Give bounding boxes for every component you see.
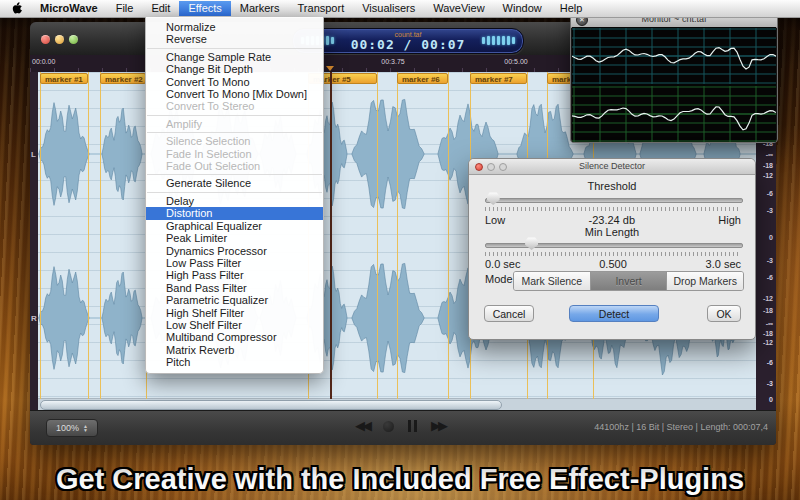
zoom-level-stepper[interactable]: 100% ▲▼ <box>46 419 98 437</box>
cancel-button[interactable]: Cancel <box>484 305 534 322</box>
threshold-high-label: High <box>718 214 741 226</box>
min-length-slider-thumb[interactable] <box>525 237 538 250</box>
menu-item-low-shelf-filter[interactable]: Low Shelf Filter <box>146 319 323 331</box>
menu-item-generate-silence[interactable]: Generate Silence <box>146 177 323 189</box>
mode-invert[interactable]: Invert <box>591 272 668 290</box>
fast-forward-button[interactable]: ▶▶ <box>431 417 445 435</box>
dialog-minimize-button[interactable] <box>487 163 495 171</box>
menu-item-peak-limiter[interactable]: Peak Limiter <box>146 232 323 244</box>
menu-effects[interactable]: Effects <box>179 1 230 16</box>
menu-markers[interactable]: Markers <box>231 1 289 16</box>
dialog-title: Silence Detector <box>579 161 645 171</box>
db-scale-label: -3 <box>767 380 773 387</box>
menu-item-amplify: Amplify <box>146 118 323 130</box>
menu-item-change-bit-depth[interactable]: Change Bit Depth <box>146 63 323 75</box>
oscilloscope <box>572 27 776 142</box>
menu-item-graphical-equalizer[interactable]: Graphical Equalizer <box>146 220 323 232</box>
minimize-button[interactable] <box>55 35 64 44</box>
menu-file[interactable]: File <box>107 1 143 16</box>
marker-boundary-line <box>397 72 398 399</box>
db-scale-label: -6 <box>767 190 773 197</box>
db-scale-label: -3 <box>767 257 773 264</box>
menu-separator <box>147 48 322 49</box>
menu-item-fade-out-selection: Fade Out Selection <box>146 160 323 172</box>
menu-item-convert-to-mono[interactable]: Convert To Mono <box>146 76 323 88</box>
menu-transport[interactable]: Transport <box>289 1 354 16</box>
oscilloscope-graphic <box>572 27 776 142</box>
menu-edit[interactable]: Edit <box>142 1 179 16</box>
apple-menu-icon[interactable] <box>0 2 31 15</box>
menu-microwave[interactable]: MicroWave <box>31 1 107 16</box>
scrollbar-thumb[interactable] <box>40 400 502 410</box>
menu-item-normalize[interactable]: Normalize <box>146 21 323 33</box>
rewind-button[interactable]: ◀◀ <box>355 417 369 435</box>
menu-separator <box>147 115 322 116</box>
marker-tag[interactable]: marker #2 <box>100 73 146 84</box>
playhead-line[interactable] <box>330 72 332 399</box>
threshold-low-label: Low <box>485 214 505 226</box>
effects-menu: NormalizeReverseChange Sample RateChange… <box>145 17 324 374</box>
db-scale-label: -18 <box>763 307 773 314</box>
menu-item-high-pass-filter[interactable]: High Pass Filter <box>146 269 323 281</box>
db-scale-label: -12 <box>763 295 773 302</box>
db-scale-label: -3 <box>767 207 773 214</box>
ruler-time-label: 00:3.75 <box>381 58 404 65</box>
mode-drop-markers[interactable]: Drop Markers <box>667 272 743 290</box>
dialog-zoom-button[interactable] <box>499 163 507 171</box>
menu-visualisers[interactable]: Visualisers <box>353 1 424 16</box>
detect-button[interactable]: Detect <box>569 305 659 322</box>
threshold-slider[interactable] <box>485 192 741 205</box>
menu-item-matrix-reverb[interactable]: Matrix Reverb <box>146 344 323 356</box>
close-button[interactable] <box>41 35 50 44</box>
desktop: count.taf 00:02 / 00:07 00:0.0000:3.7500… <box>0 0 800 500</box>
dialog-titlebar[interactable]: Silence Detector <box>469 159 755 175</box>
threshold-slider-thumb[interactable] <box>487 192 500 205</box>
dialog-close-button[interactable] <box>475 163 483 171</box>
menu-waveview[interactable]: WaveView <box>424 1 493 16</box>
min-length-slider-track[interactable] <box>485 243 743 248</box>
mode-mark-silence[interactable]: Mark Silence <box>514 272 591 290</box>
menu-window[interactable]: Window <box>494 1 551 16</box>
marketing-caption: Get Creative with the Included Free Effe… <box>0 463 800 496</box>
menu-item-parametric-equalizer[interactable]: Parametric Equalizer <box>146 294 323 306</box>
menu-item-reverse[interactable]: Reverse <box>146 33 323 45</box>
menu-item-low-pass-filter[interactable]: Low Pass Filter <box>146 257 323 269</box>
db-scale-label: -∞ <box>766 320 773 327</box>
menu-item-multiband-compressor[interactable]: Multiband Compressor <box>146 331 323 343</box>
zoom-button[interactable] <box>69 35 78 44</box>
ruler-time-label: 00:0.00 <box>32 58 55 65</box>
mode-label: Mode <box>485 273 513 285</box>
monitor-window: Monitor ~ cnt.taf ✕ <box>570 10 778 143</box>
pause-button[interactable] <box>408 420 417 432</box>
horizontal-scrollbar[interactable] <box>38 398 756 410</box>
min-length-slider[interactable] <box>485 237 741 250</box>
ok-button[interactable]: OK <box>707 305 741 322</box>
menu-item-high-shelf-filter[interactable]: High Shelf Filter <box>146 307 323 319</box>
menu-item-convert-to-stereo: Convert To Stereo <box>146 100 323 112</box>
menu-item-fade-in-selection: Fade In Selection <box>146 148 323 160</box>
marker-tag[interactable]: marker #7 <box>470 73 527 84</box>
marker-boundary-line <box>377 72 378 399</box>
threshold-slider-track[interactable] <box>485 198 743 203</box>
threshold-label: Threshold <box>469 180 755 192</box>
marker-tag[interactable]: marker #1 <box>40 73 88 84</box>
menu-item-band-pass-filter[interactable]: Band Pass Filter <box>146 282 323 294</box>
db-scale-label: -6 <box>767 274 773 281</box>
menu-item-distortion[interactable]: Distortion <box>146 207 323 219</box>
record-button[interactable] <box>383 421 394 432</box>
menu-item-silence-selection: Silence Selection <box>146 135 323 147</box>
menu-item-pitch[interactable]: Pitch <box>146 356 323 368</box>
menu-separator <box>147 192 322 193</box>
menu-item-change-sample-rate[interactable]: Change Sample Rate <box>146 51 323 63</box>
marker-tag[interactable]: marker #6 <box>397 73 448 84</box>
db-scale-label: -18 <box>763 330 773 337</box>
db-scale-label: 0 <box>769 396 773 403</box>
menu-help[interactable]: Help <box>551 1 592 16</box>
menu-separator <box>147 174 322 175</box>
menu-item-delay[interactable]: Delay <box>146 195 323 207</box>
menu-item-dynamics-processor[interactable]: Dynamics Processor <box>146 245 323 257</box>
menu-item-convert-to-mono-mix-down-[interactable]: Convert To Mono [Mix Down] <box>146 88 323 100</box>
status-text: 44100hz | 16 Bit | Stereo | Length: 000:… <box>594 422 768 432</box>
stepper-arrows-icon[interactable]: ▲▼ <box>83 424 88 432</box>
transport-controls: ◀◀ ▶▶ <box>355 417 445 435</box>
